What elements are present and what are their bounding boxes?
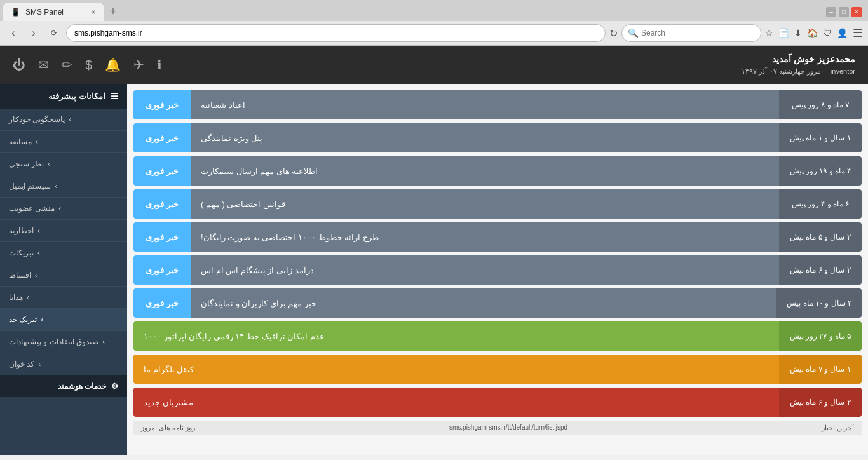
refresh-btn[interactable]: ↻ [609,27,618,39]
news-date: ۱ سال و ۷ ماه پیش [779,355,862,384]
window-minimize-btn[interactable]: – [826,7,836,17]
shield-icon[interactable]: 🛡 [823,28,832,38]
news-item[interactable]: ۱ سال و ۱ ماه پیش پنل ویژه نمایندگی خبر … [133,123,862,152]
sidebar-item-label: تبریک جد [9,315,37,324]
sidebar-item[interactable]: ›منشی عضویت [0,198,127,220]
news-date: ۲ سال و ۵ ماه پیش [779,222,862,252]
sidebar-item[interactable]: ›مسابقه [0,131,127,153]
menu-btn[interactable]: ☰ [853,26,863,40]
news-badge: خبر فوری [133,123,191,152]
sidebar-item-label: اخطاریه [9,226,34,235]
sidebar-item[interactable]: ›صندوق انتقادات و پیشنهادات [0,331,127,353]
news-title: درآمد زایی از پیشگام اس ام اس [191,255,779,285]
news-item[interactable]: ۵ ماه و ۲۷ روز پیش عدم امکان ترافیک خط ۱… [133,321,862,351]
email-btn[interactable]: ✉ [38,57,49,72]
news-title: اطلاعیه های مهم ارسال سیمکارت [191,156,779,186]
sidebar-items: ›پاسخگویی خودکار›مسابقه›نظر سنجی›سیستم ا… [0,109,127,375]
app-layout: ⏻ ✉ ✏ $ 🔔 ✈ ℹ محمدعزیز خوش آمدید invento… [0,46,868,455]
sidebar-footer-header: ⚙ خدمات هوشمند [0,375,127,397]
info-btn[interactable]: ℹ [157,57,162,72]
sidebar-item[interactable]: ›پاسخگویی خودکار [0,109,127,131]
chevron-icon: › [38,360,41,369]
sidebar-item[interactable]: ›تبریک جد [0,309,127,331]
send-btn[interactable]: ✈ [133,57,144,72]
services-icon: ⚙ [111,382,118,391]
bookmark-star-icon[interactable]: ☆ [765,28,773,38]
sidebar-header: ☰ امکانات پیشرفته [0,84,127,109]
chevron-icon: › [48,159,50,168]
news-item[interactable]: ۷ ماه و ۸ روز پیش اعیاد شعبانیه خبر فوری [133,90,862,119]
sidebar-item[interactable]: ›تبریکات [0,242,127,264]
sidebar-item-label: سیستم ایمیل [9,182,51,191]
sidebar-item-label: صندوق انتقادات و پیشنهادات [9,337,98,346]
window-maximize-btn[interactable]: □ [839,7,849,17]
footer-bar: آخرین اخبار sms.pishgam-sms.ir/tt/defaul… [133,421,862,435]
news-badge: خبر فوری [133,90,191,119]
news-item[interactable]: ۴ ماه و ۱۹ روز پیش اطلاعیه های مهم ارسال… [133,156,862,186]
news-item[interactable]: ۲ سال و ۶ ماه پیش مشتریان جدید [133,388,862,417]
chevron-icon: › [36,137,38,146]
chevron-icon: › [55,182,57,191]
news-item[interactable]: ۲ سال و ۱۰ ماه پیش خبر مهم برای کاربران … [133,288,862,318]
news-title: عدم امکان ترافیک خط ۱۴ رقمی رایگان اپرات… [133,321,779,351]
news-title: اعیاد شعبانیه [191,90,779,119]
user-info: محمدعزیز خوش آمدید inventor – امروز چهار… [742,53,855,77]
back-btn[interactable]: ‹ [5,25,22,41]
news-badge: خبر فوری [133,288,191,318]
tab-icon: 📱 [11,8,20,17]
search-input[interactable] [621,24,761,42]
notification-btn[interactable]: 🔔 [105,57,121,72]
sidebar-header-label: امکانات پیشرفته [48,91,105,101]
sidebar-footer-label: خدمات هوشمند [58,382,106,391]
sidebar-item[interactable]: ›اقساط [0,264,127,287]
news-title: خبر مهم برای کاربران و نمایندگان [191,288,776,318]
profile-icon[interactable]: 👤 [837,28,848,38]
sidebar-item[interactable]: ›اخطاریه [0,220,127,242]
sidebar-item[interactable]: ›هدایا [0,287,127,309]
home-icon[interactable]: 🏠 [807,28,818,38]
address-input[interactable] [66,24,606,42]
news-date: ۲ سال و ۱۰ ماه پیش [776,288,862,318]
chevron-icon: › [27,293,29,302]
new-tab-btn[interactable]: + [104,3,122,21]
sidebar-item-label: اقساط [9,271,31,280]
sidebar-item-label: هدایا [9,293,23,302]
window-close-btn[interactable]: × [851,7,862,17]
billing-btn[interactable]: $ [85,58,92,72]
news-date: ۱ سال و ۱ ماه پیش [779,123,862,152]
active-tab[interactable]: 📱 SMS Panel × [3,3,104,21]
news-title: پنل ویژه نمایندگی [191,123,779,152]
news-item[interactable]: ۱ سال و ۷ ماه پیش کنقل تلگرام ما [133,355,862,384]
main-content: ۷ ماه و ۸ روز پیش اعیاد شعبانیه خبر فوری… [0,84,868,455]
news-item[interactable]: ۲ سال و ۵ ماه پیش طرح ارائه خطوط ۱۰۰۰ اخ… [133,222,862,252]
chevron-icon: › [41,315,43,324]
sidebar-item[interactable]: ›کد خوان [0,353,127,375]
news-title: کنقل تلگرام ما [133,355,779,384]
tab-bar: 📱 SMS Panel × + – □ × [0,0,868,21]
news-title: طرح ارائه خطوط ۱۰۰۰ اختصاصی به صورت رایگ… [191,222,779,252]
chevron-icon: › [58,204,61,213]
footer-left: آخرین اخبار [822,424,854,432]
sidebar-item[interactable]: ›سیستم ایمیل [0,175,127,198]
news-date: ۵ ماه و ۲۷ روز پیش [779,321,862,351]
forward-btn[interactable]: › [25,25,42,41]
news-item[interactable]: ۶ ماه و ۴ روز پیش قوانین اختصاصی ( مهم )… [133,189,862,219]
chevron-icon: › [37,248,40,257]
footer-right: روز نامه های امروز [141,424,195,432]
news-badge: خبر فوری [133,156,191,186]
reader-icon[interactable]: 📄 [778,28,789,38]
tab-title: SMS Panel [25,8,64,17]
power-btn[interactable]: ⏻ [13,58,25,72]
sidebar-item[interactable]: ›نظر سنجی [0,153,127,175]
browser-icons: ☆ 📄 ⬇ 🏠 🛡 👤 ☰ [765,26,863,40]
home-btn[interactable]: ⟳ [46,25,62,41]
sidebar-item-label: پاسخگویی خودکار [9,115,65,124]
tab-close-btn[interactable]: × [91,7,96,17]
nav-icons: ⏻ ✉ ✏ $ 🔔 ✈ ℹ [13,57,162,72]
news-list: ۷ ماه و ۸ روز پیش اعیاد شعبانیه خبر فوری… [133,90,862,417]
download-icon[interactable]: ⬇ [794,28,802,38]
news-item[interactable]: ۲ سال و ۶ ماه پیش درآمد زایی از پیشگام ا… [133,255,862,285]
news-date: ۲ سال و ۶ ماه پیش [779,255,862,285]
compose-btn[interactable]: ✏ [62,57,72,72]
list-icon: ☰ [111,91,118,101]
